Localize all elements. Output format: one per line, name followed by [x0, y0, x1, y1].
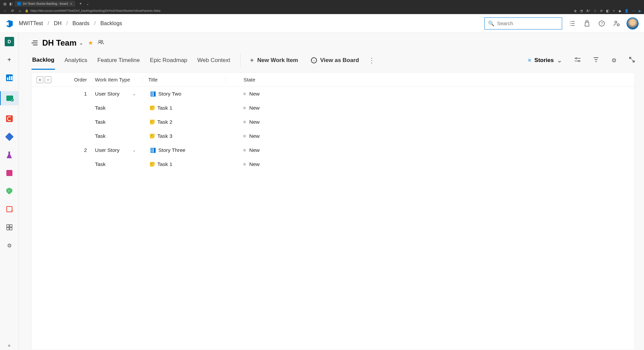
refresh-button[interactable]: ⟳ — [10, 9, 15, 13]
more-icon[interactable]: ⋯ — [632, 9, 635, 13]
collections-icon[interactable]: ◧ — [606, 9, 609, 13]
home-button[interactable]: ⌂ — [17, 9, 22, 13]
zoom-icon[interactable]: ⊕ — [574, 9, 577, 13]
tab-actions-icon[interactable]: ▤ — [3, 2, 7, 6]
tab-title: DH Team Stories Backlog - Board — [23, 2, 68, 5]
sync-icon[interactable]: ⟳ — [600, 9, 603, 13]
favicon — [17, 2, 21, 5]
url-text: https://dev.azure.com/MWITTest/DH/_backl… — [31, 9, 161, 12]
favorite-icon[interactable]: ☆ — [594, 9, 597, 13]
read-aloud-icon[interactable]: A⁺ — [586, 9, 590, 13]
lock-icon: 🔒 — [25, 9, 29, 12]
extensions-icon[interactable]: ✧ — [612, 9, 615, 13]
browser-tab[interactable]: DH Team Stories Backlog - Board ✕ — [15, 1, 75, 7]
address-bar[interactable]: 🔒 https://dev.azure.com/MWITTest/DH/_bac… — [25, 9, 571, 12]
ext2-icon[interactable]: ◆ — [619, 9, 621, 13]
copilot-icon[interactable]: ▶ — [639, 9, 641, 13]
tab-chevron-icon[interactable]: ⌄ — [86, 2, 90, 6]
new-tab-button[interactable]: + — [77, 1, 84, 6]
profile-icon[interactable]: 👤 — [625, 9, 629, 13]
back-button[interactable]: ← — [3, 9, 7, 13]
close-icon[interactable]: ✕ — [70, 2, 72, 6]
tab-overview-icon[interactable]: ◧ — [9, 2, 13, 6]
browser-chrome: ▤ ◧ DH Team Stories Backlog - Board ✕ + … — [0, 0, 644, 14]
tracking-icon[interactable]: ◔ — [580, 9, 583, 13]
